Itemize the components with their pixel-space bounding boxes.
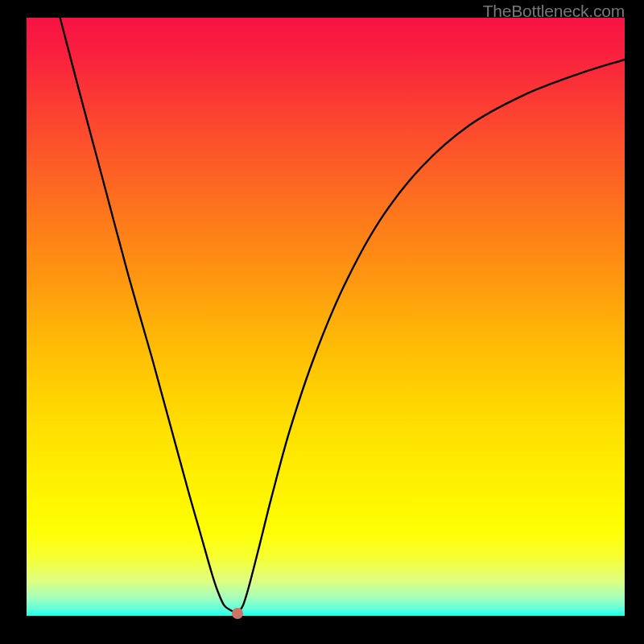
- chart-frame: TheBottleneck.com: [0, 0, 644, 644]
- minimum-marker: [232, 608, 243, 619]
- curve-layer: [27, 18, 625, 616]
- plot-area: [27, 18, 625, 616]
- bottleneck-curve: [60, 18, 625, 613]
